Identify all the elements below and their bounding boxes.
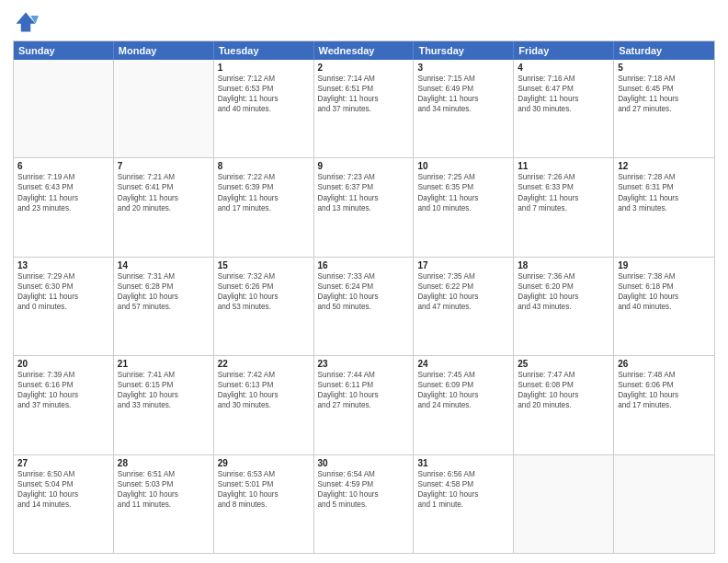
cell-info-line: and 37 minutes. — [318, 104, 410, 114]
cell-info-line: and 33 minutes. — [118, 400, 210, 410]
day-cell-9: 9Sunrise: 7:23 AMSunset: 6:37 PMDaylight… — [314, 158, 415, 256]
cell-info-line: Sunset: 6:47 PM — [518, 84, 609, 94]
cell-info-line: Daylight: 10 hours — [118, 489, 210, 500]
cell-info-line: and 47 minutes. — [417, 302, 509, 312]
cell-info-line: Daylight: 11 hours — [218, 193, 310, 203]
week-row-2: 6Sunrise: 7:19 AMSunset: 6:43 PMDaylight… — [14, 157, 714, 256]
cell-info-line: Sunrise: 7:18 AM — [618, 74, 711, 84]
cell-info-line: and 53 minutes. — [218, 302, 310, 312]
cell-info-line: Sunrise: 6:54 AM — [318, 469, 410, 479]
cell-info-line: Sunrise: 7:14 AM — [318, 74, 410, 84]
cell-info-line: Sunrise: 7:26 AM — [518, 172, 609, 182]
cell-info-line: Sunset: 6:35 PM — [417, 182, 509, 192]
cell-info-line: Sunset: 6:22 PM — [417, 282, 509, 292]
day-cell-21: 21Sunrise: 7:41 AMSunset: 6:15 PMDayligh… — [114, 356, 214, 454]
cell-info-line: Sunrise: 7:41 AM — [118, 370, 210, 380]
day-number: 26 — [618, 359, 711, 369]
cell-info-line: Daylight: 10 hours — [118, 390, 210, 400]
cell-info-line: Sunset: 6:11 PM — [318, 380, 410, 390]
cell-info-line: Daylight: 10 hours — [318, 292, 410, 302]
cell-info-line: Sunset: 6:08 PM — [518, 380, 609, 390]
day-number: 12 — [618, 161, 711, 171]
logo — [13, 9, 42, 35]
day-number: 23 — [318, 359, 410, 369]
cell-info-line: and 23 minutes. — [17, 203, 109, 213]
cell-info-line: Sunset: 6:18 PM — [618, 282, 711, 292]
cell-info-line: Sunset: 6:16 PM — [17, 380, 109, 390]
cell-info-line: Daylight: 10 hours — [417, 390, 509, 400]
day-cell-23: 23Sunrise: 7:44 AMSunset: 6:11 PMDayligh… — [314, 356, 415, 454]
day-header-saturday: Saturday — [614, 41, 714, 60]
week-row-5: 27Sunrise: 6:50 AMSunset: 5:04 PMDayligh… — [14, 454, 714, 553]
day-cell-6: 6Sunrise: 7:19 AMSunset: 6:43 PMDaylight… — [14, 158, 114, 256]
calendar-body: 1Sunrise: 7:12 AMSunset: 6:53 PMDaylight… — [14, 60, 714, 553]
day-cell-25: 25Sunrise: 7:47 AMSunset: 6:08 PMDayligh… — [514, 356, 614, 454]
logo-icon — [13, 9, 39, 35]
cell-info-line: and 24 minutes. — [417, 400, 509, 410]
cell-info-line: Sunrise: 7:19 AM — [17, 172, 109, 182]
cell-info-line: Daylight: 11 hours — [618, 193, 711, 203]
cell-info-line: Sunrise: 7:32 AM — [218, 271, 310, 282]
cell-info-line: Daylight: 11 hours — [318, 94, 410, 104]
cell-info-line: Daylight: 10 hours — [518, 292, 609, 302]
cell-info-line: Sunset: 6:20 PM — [518, 282, 609, 292]
cell-info-line: Sunset: 6:43 PM — [17, 182, 109, 192]
cell-info-line: Daylight: 10 hours — [417, 292, 509, 302]
cell-info-line: Daylight: 11 hours — [518, 193, 609, 203]
day-number: 14 — [118, 260, 210, 270]
page: SundayMondayTuesdayWednesdayThursdayFrid… — [0, 0, 728, 563]
cell-info-line: Sunrise: 7:44 AM — [318, 370, 410, 380]
cell-info-line: Sunrise: 7:45 AM — [417, 370, 509, 380]
cell-info-line: Daylight: 10 hours — [618, 292, 711, 302]
cell-info-line: Sunset: 6:24 PM — [318, 282, 410, 292]
cell-info-line: Sunset: 6:26 PM — [218, 282, 310, 292]
day-cell-17: 17Sunrise: 7:35 AMSunset: 6:22 PMDayligh… — [414, 258, 514, 355]
cell-info-line: Daylight: 10 hours — [17, 489, 109, 500]
day-cell-3: 3Sunrise: 7:15 AMSunset: 6:49 PMDaylight… — [414, 60, 514, 157]
day-cell-1: 1Sunrise: 7:12 AMSunset: 6:53 PMDaylight… — [214, 60, 314, 157]
cell-info-line: Sunset: 4:58 PM — [417, 479, 509, 489]
cell-info-line: Sunrise: 6:53 AM — [218, 469, 310, 479]
cell-info-line: and 10 minutes. — [417, 203, 509, 213]
cell-info-line: Sunrise: 7:31 AM — [118, 271, 210, 282]
cell-info-line: Sunset: 6:06 PM — [618, 380, 711, 390]
week-row-4: 20Sunrise: 7:39 AMSunset: 6:16 PMDayligh… — [14, 355, 714, 454]
cell-info-line: Sunset: 6:49 PM — [417, 84, 509, 94]
day-number: 27 — [17, 458, 109, 468]
day-number: 5 — [618, 63, 711, 73]
cell-info-line: Sunrise: 7:48 AM — [618, 370, 711, 380]
cell-info-line: and 27 minutes. — [618, 104, 711, 114]
day-cell-18: 18Sunrise: 7:36 AMSunset: 6:20 PMDayligh… — [514, 258, 614, 355]
cell-info-line: Daylight: 10 hours — [318, 489, 410, 500]
cell-info-line: Daylight: 10 hours — [218, 489, 310, 500]
day-cell-14: 14Sunrise: 7:31 AMSunset: 6:28 PMDayligh… — [114, 258, 214, 355]
cell-info-line: and 11 minutes. — [118, 500, 210, 510]
cell-info-line: Sunset: 6:45 PM — [618, 84, 711, 94]
empty-cell — [14, 60, 114, 157]
day-number: 4 — [518, 63, 609, 73]
cell-info-line: Sunrise: 7:35 AM — [417, 271, 509, 282]
day-number: 29 — [218, 458, 310, 468]
cell-info-line: and 50 minutes. — [318, 302, 410, 312]
day-number: 1 — [218, 63, 310, 73]
cell-info-line: Sunrise: 7:15 AM — [417, 74, 509, 84]
cell-info-line: and 34 minutes. — [417, 104, 509, 114]
cell-info-line: Sunrise: 7:42 AM — [218, 370, 310, 380]
day-number: 28 — [118, 458, 210, 468]
cell-info-line: Daylight: 10 hours — [318, 390, 410, 400]
day-cell-2: 2Sunrise: 7:14 AMSunset: 6:51 PMDaylight… — [314, 60, 415, 157]
cell-info-line: and 20 minutes. — [118, 203, 210, 213]
cell-info-line: and 57 minutes. — [118, 302, 210, 312]
empty-cell — [114, 60, 214, 157]
day-cell-4: 4Sunrise: 7:16 AMSunset: 6:47 PMDaylight… — [514, 60, 614, 157]
day-cell-20: 20Sunrise: 7:39 AMSunset: 6:16 PMDayligh… — [14, 356, 114, 454]
cell-info-line: Sunset: 6:09 PM — [417, 380, 509, 390]
day-cell-26: 26Sunrise: 7:48 AMSunset: 6:06 PMDayligh… — [614, 356, 714, 454]
cell-info-line: and 30 minutes. — [218, 400, 310, 410]
day-number: 8 — [218, 161, 310, 171]
cell-info-line: Sunset: 4:59 PM — [318, 479, 410, 489]
cell-info-line: Sunset: 6:37 PM — [318, 182, 410, 192]
day-cell-31: 31Sunrise: 6:56 AMSunset: 4:58 PMDayligh… — [414, 455, 514, 553]
cell-info-line: Sunset: 6:13 PM — [218, 380, 310, 390]
day-cell-7: 7Sunrise: 7:21 AMSunset: 6:41 PMDaylight… — [114, 158, 214, 256]
